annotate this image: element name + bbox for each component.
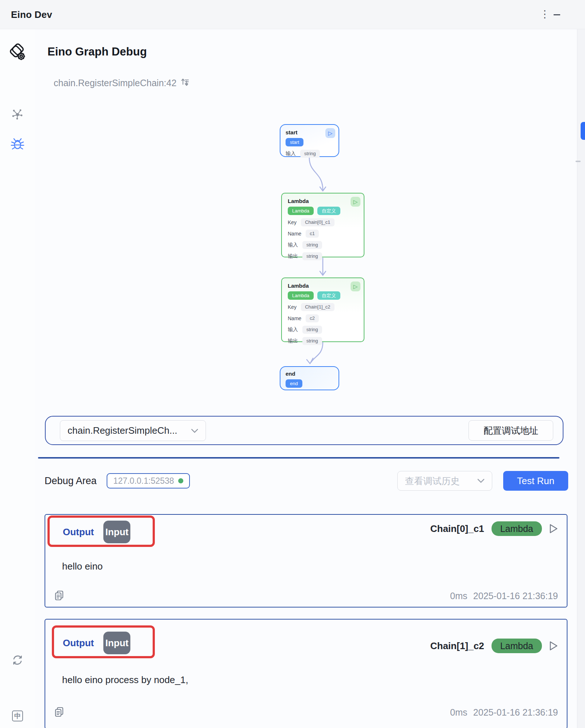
field-label: Key (288, 219, 297, 225)
refresh-icon[interactable] (0, 654, 35, 666)
node-play-icon[interactable]: ▷ (351, 281, 360, 291)
test-run-button[interactable]: Test Run (503, 471, 568, 491)
node-type-badge: Lambda (492, 521, 542, 536)
chevron-down-icon (191, 429, 198, 433)
field-value: string (302, 241, 322, 249)
language-icon[interactable]: 中 (0, 710, 35, 721)
node-custom-badge: 自定义 (317, 207, 340, 215)
field-label: 输入 (288, 242, 298, 248)
field-label: Key (288, 304, 297, 310)
app-window: Eino Dev ⋮ (0, 0, 585, 728)
page-title: Eino Graph Debug (47, 45, 147, 58)
graph-view-icon[interactable] (0, 108, 35, 121)
minimize-icon[interactable] (554, 14, 560, 15)
layout-sort-icon[interactable] (181, 77, 190, 88)
configure-debug-address-button[interactable]: 配置调试地址 (469, 420, 553, 441)
node-type-badge: end (286, 379, 302, 388)
node-title: Lambda (288, 283, 358, 289)
node-type-badge: Lambda (288, 291, 314, 300)
graph-node-start[interactable]: start ▷ start 输入 string (280, 124, 339, 157)
result-output-text: hello eino process by node_1, (62, 674, 188, 686)
target-select-value: chain.RegisterSimpleCh... (68, 425, 177, 436)
node-key-label: Chain[1]_c2 (430, 640, 484, 652)
node-type-badge: start (286, 138, 303, 146)
field-value: c1 (306, 230, 319, 238)
result-card-c1: Output Input Chain[0]_c1 Lambda hello ei… (45, 514, 567, 608)
tab-output[interactable]: Output (63, 526, 94, 538)
timestamp: 2025-01-16 21:36:19 (473, 707, 558, 718)
field-value: string (302, 252, 322, 260)
node-custom-badge: 自定义 (317, 291, 340, 300)
result-output-text: hello eino (62, 561, 103, 572)
tab-input[interactable]: Input (103, 521, 130, 543)
field-value: Chain[0]_c1 (301, 218, 334, 226)
field-label: Name (288, 315, 301, 321)
result-node-info: Chain[1]_c2 Lambda (430, 639, 558, 653)
eino-logo-icon[interactable] (0, 43, 35, 62)
field-label: 输出 (288, 338, 298, 344)
field-label: 输入 (288, 326, 298, 333)
node-type-badge: Lambda (492, 639, 542, 653)
timestamp: 2025-01-16 21:36:19 (473, 591, 558, 601)
graph-target-subtitle: chain.RegisterSimpleChain:42 (54, 77, 190, 88)
field-label: 输出 (288, 253, 298, 260)
node-play-icon[interactable]: ▷ (325, 128, 335, 138)
tab-output[interactable]: Output (63, 637, 94, 649)
title-bar: Eino Dev ⋮ (0, 0, 585, 29)
target-select[interactable]: chain.RegisterSimpleCh... (60, 420, 206, 441)
kebab-menu-icon[interactable]: ⋮ (540, 9, 550, 20)
tab-input[interactable]: Input (103, 632, 130, 654)
field-value: c2 (306, 314, 319, 322)
debug-history-placeholder: 查看调试历史 (405, 475, 460, 487)
field-value: string (302, 326, 322, 334)
chevron-down-icon (477, 479, 485, 483)
result-card-c2: Output Input Chain[1]_c2 Lambda hello ei… (45, 619, 567, 728)
field-value: string (300, 150, 320, 158)
graph-node-lambda-c2[interactable]: Lambda ▷ Lambda 自定义 KeyChain[1]_c2 Namec… (281, 277, 364, 342)
app-title: Eino Dev (11, 0, 52, 29)
result-tabs: Output Input (63, 521, 130, 543)
duration: 0ms (450, 591, 467, 601)
section-divider (38, 457, 559, 459)
field-label: Name (288, 231, 301, 237)
node-title: Lambda (288, 198, 358, 204)
node-play-icon[interactable]: ▷ (351, 197, 360, 207)
graph-node-lambda-c1[interactable]: Lambda ▷ Lambda 自定义 KeyChain[0]_c1 Namec… (281, 193, 364, 257)
result-meta: 0ms 2025-01-16 21:36:19 (450, 707, 558, 718)
result-node-info: Chain[0]_c1 Lambda (430, 521, 558, 536)
node-type-badge: Lambda (288, 207, 314, 215)
field-value: string (302, 337, 322, 345)
debug-bug-icon[interactable] (0, 137, 35, 150)
result-tabs: Output Input (63, 632, 130, 654)
copy-icon[interactable] (54, 590, 64, 602)
sidebar: 中 ? (0, 29, 35, 728)
collapsed-panel-tab[interactable] (581, 122, 585, 140)
node-title: end (286, 371, 333, 377)
copy-icon[interactable] (54, 706, 64, 719)
node-key-label: Chain[0]_c1 (430, 523, 484, 534)
debug-history-select[interactable]: 查看调试历史 (397, 471, 492, 491)
graph-node-end[interactable]: end end (280, 366, 339, 390)
debug-area-label: Debug Area (45, 475, 97, 487)
debug-address: 127.0.0.1:52538 (113, 476, 174, 486)
scrollbar-handle[interactable] (576, 161, 581, 162)
duration: 0ms (450, 707, 467, 718)
connection-status-dot (178, 478, 183, 483)
debug-address-badge[interactable]: 127.0.0.1:52538 (107, 473, 190, 488)
target-panel: chain.RegisterSimpleCh... 配置调试地址 (45, 416, 563, 445)
field-value: Chain[1]_c2 (301, 303, 334, 311)
graph-target-label: chain.RegisterSimpleChain:42 (54, 78, 176, 88)
field-label: 输入 (286, 150, 296, 157)
result-meta: 0ms 2025-01-16 21:36:19 (450, 591, 558, 601)
run-node-play-icon[interactable] (549, 524, 558, 534)
run-node-play-icon[interactable] (549, 641, 558, 651)
